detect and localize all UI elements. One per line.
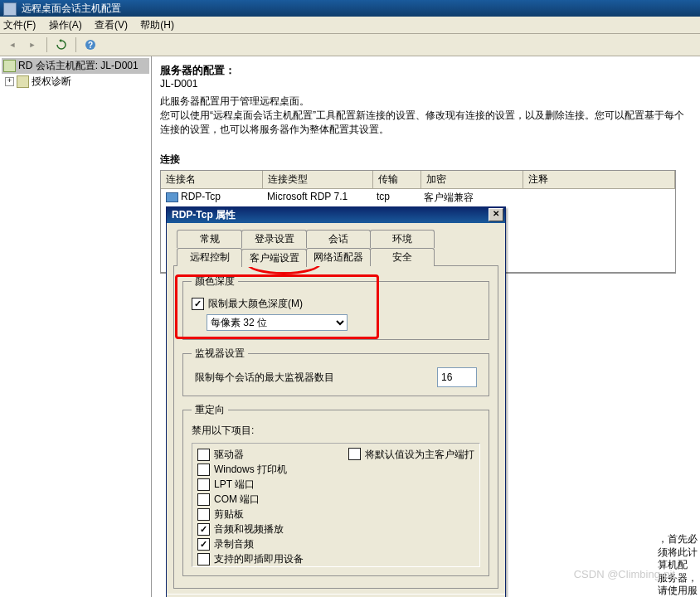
tab-environment[interactable]: 环境 [370, 230, 435, 248]
close-button[interactable]: ✕ [489, 208, 503, 221]
redirect-item[interactable]: 驱动器 [197, 448, 348, 462]
checkbox-icon [197, 464, 210, 476]
tab-logon[interactable]: 登录设置 [241, 230, 307, 248]
color-depth-select[interactable]: 每像素 32 位 [207, 314, 348, 331]
tab-security[interactable]: 安全 [370, 248, 435, 266]
redirect-item[interactable]: Windows 打印机 [197, 463, 348, 477]
properties-dialog: RDP-Tcp 属性 ✕ 常规 登录设置 会话 环境 远程控制 客户端设置 网络… [166, 206, 506, 597]
diag-icon [17, 75, 29, 88]
redirect-legend: 重定向 [192, 403, 228, 417]
tab-content: 颜色深度 限制最大颜色深度(M) 每像素 32 位 监视器设置 限制每个会话的最… [173, 265, 498, 589]
checkbox-icon [197, 553, 210, 565]
redirect-item[interactable]: 录制音频 [197, 537, 348, 551]
tree-child-item[interactable]: +授权诊断 [2, 74, 149, 90]
tab-client-settings[interactable]: 客户端设置 [241, 249, 307, 267]
tab-general[interactable]: 常规 [177, 230, 242, 248]
connections-label: 连接 [160, 153, 692, 167]
checkbox-icon [197, 538, 210, 551]
menu-file[interactable]: 文件(F) [3, 19, 36, 31]
menubar: 文件(F) 操作(A) 查看(V) 帮助(H) [0, 17, 700, 34]
checkbox-icon [192, 298, 204, 310]
window-titlebar: 远程桌面会话主机配置 [0, 0, 700, 17]
app-icon [3, 2, 17, 16]
checkbox-icon [197, 523, 210, 536]
checkbox-icon [197, 449, 210, 461]
toolbar: ◄ ► ? [0, 34, 700, 56]
tree-root-item[interactable]: RD 会话主机配置: JL-D001 [2, 58, 149, 74]
monitor-count-input[interactable] [437, 367, 477, 387]
monitor-label: 限制每个会话的最大监视器数目 [195, 371, 334, 385]
redirect-item[interactable]: 音频和视频播放 [197, 522, 348, 536]
redirect-item[interactable]: LPT 端口 [197, 478, 348, 492]
tab-remote-control[interactable]: 远程控制 [177, 248, 242, 266]
truncated-side-text: ，首先必须将此计算机配 服务器，请使用服务器管 [658, 533, 700, 597]
redirect-item[interactable]: 支持的即插即用设备 [197, 552, 348, 566]
checkbox-icon [197, 478, 210, 491]
svg-text:?: ? [88, 41, 93, 50]
col-header-enc[interactable]: 加密 [421, 171, 523, 188]
checkbox-icon [197, 508, 210, 521]
watermark: CSDN @Climbing-pit [574, 568, 675, 580]
redirect-list: 驱动器Windows 打印机LPT 端口COM 端口剪贴板音频和视频播放录制音频… [192, 443, 480, 567]
redirect-label: 禁用以下项目: [192, 424, 480, 438]
refresh-button[interactable] [52, 36, 70, 54]
redirect-item[interactable]: 剪贴板 [197, 507, 348, 522]
tab-session[interactable]: 会话 [306, 230, 371, 248]
page-heading: 服务器的配置： [160, 63, 692, 78]
dialog-buttons: 确定 取消 应用(A) [167, 594, 505, 597]
description-text: 此服务器配置用于管理远程桌面。 您可以使用“远程桌面会话主机配置”工具配置新连接… [160, 95, 692, 136]
menu-help[interactable]: 帮助(H) [140, 19, 174, 31]
table-header: 连接名 连接类型 传输 加密 注释 [161, 171, 675, 189]
default-client-checkbox[interactable] [348, 448, 361, 460]
redirect-item[interactable]: COM 端口 [197, 493, 348, 507]
table-row[interactable]: RDP-Tcp Microsoft RDP 7.1 tcp 客户端兼容 [161, 189, 675, 206]
tab-network-adapter[interactable]: 网络适配器 [306, 248, 371, 266]
dialog-titlebar[interactable]: RDP-Tcp 属性 ✕ [167, 206, 505, 223]
menu-action[interactable]: 操作(A) [49, 19, 82, 31]
redirect-group: 重定向 禁用以下项目: 驱动器Windows 打印机LPT 端口COM 端口剪贴… [182, 403, 489, 576]
refresh-icon [56, 39, 67, 51]
connection-icon [166, 192, 178, 202]
col-header-name[interactable]: 连接名 [161, 171, 263, 188]
hostname-label: JL-D001 [160, 78, 692, 90]
tree-panel: RD 会话主机配置: JL-D001 +授权诊断 [0, 56, 152, 597]
checkbox-icon [197, 493, 210, 506]
dialog-title: RDP-Tcp 属性 [172, 206, 236, 223]
window-title: 远程桌面会话主机配置 [22, 2, 121, 14]
col-header-trans[interactable]: 传输 [373, 171, 421, 188]
expand-icon[interactable]: + [5, 77, 14, 86]
server-icon [3, 60, 16, 72]
menu-view[interactable]: 查看(V) [95, 19, 128, 31]
nav-forward-button: ► [23, 36, 41, 54]
limit-color-checkbox[interactable]: 限制最大颜色深度(M) [192, 297, 480, 311]
default-client-label: 将默认值设为主客户端打 [365, 448, 474, 462]
help-icon: ? [85, 39, 96, 51]
col-header-comm[interactable]: 注释 [523, 171, 675, 188]
nav-back-button: ◄ [3, 36, 22, 54]
color-depth-legend: 颜色深度 [192, 274, 238, 289]
help-button[interactable]: ? [81, 36, 100, 54]
monitor-group: 监视器设置 限制每个会话的最大监视器数目 [182, 347, 489, 396]
dialog-tabs: 常规 登录设置 会话 环境 远程控制 客户端设置 网络适配器 安全 [177, 230, 498, 266]
monitor-legend: 监视器设置 [192, 347, 248, 361]
color-depth-group: 颜色深度 限制最大颜色深度(M) 每像素 32 位 [182, 274, 489, 340]
col-header-type[interactable]: 连接类型 [263, 171, 373, 188]
